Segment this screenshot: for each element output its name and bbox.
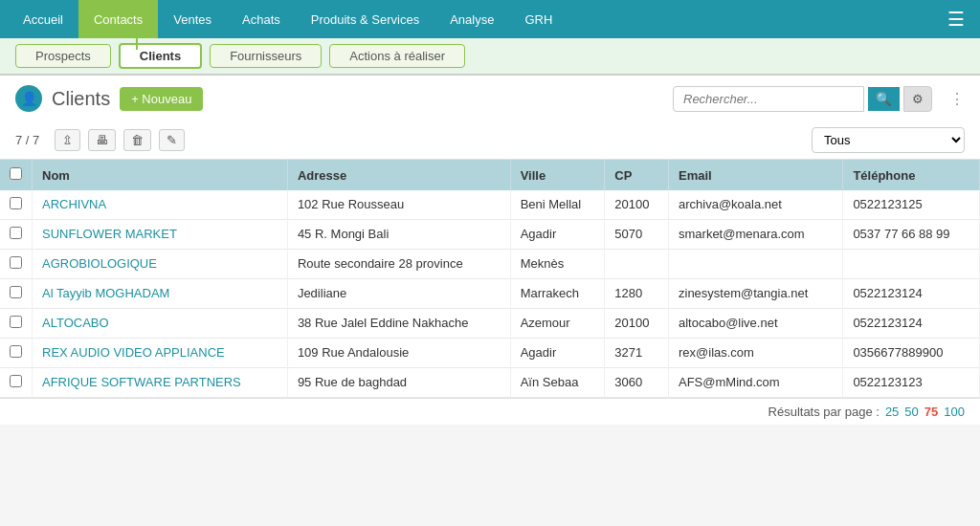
cell-adresse: Jediliane [287,279,510,309]
cell-telephone: 0522123125 [843,190,980,220]
page-size-25[interactable]: 25 [885,405,899,419]
checkbox-header [0,160,33,190]
cell-nom[interactable]: ARCHIVNA [33,190,288,220]
row-select-checkbox[interactable] [10,197,22,209]
row-select-checkbox[interactable] [10,227,22,239]
row-select-checkbox[interactable] [10,256,22,269]
cell-ville: Meknès [510,250,605,279]
cell-email: archiva@koala.net [669,190,843,220]
cell-ville: Azemour [510,309,605,339]
subnav-actions[interactable]: Actions à réaliser [329,44,465,68]
row-select-checkbox[interactable] [10,316,22,328]
cell-telephone: 0537 77 66 88 99 [843,220,980,250]
columns-icon: ⋮ [949,90,965,108]
cell-nom[interactable]: SUNFLOWER MARKET [33,220,288,250]
hamburger-icon[interactable]: ☰ [940,8,972,31]
nav-grh[interactable]: GRH [509,0,568,38]
filter-area: Tous Actifs Inactifs [812,127,965,153]
table-footer: Résultats par page : 25 50 75 100 [0,398,980,425]
cell-adresse: 102 Rue Rousseau [287,190,510,220]
page-header: 👤 Clients + Nouveau 🔍 ⚙ ⋮ [0,76,980,121]
nav-produits[interactable]: Produits & Services [296,0,434,38]
page-size-100[interactable]: 100 [944,405,965,419]
cell-cp: 20100 [605,190,669,220]
page-title: Clients [52,88,110,110]
cell-nom[interactable]: REX AUDIO VIDEO APPLIANCE [33,339,288,368]
row-checkbox [0,309,33,339]
row-checkbox [0,368,33,398]
print-button[interactable]: 🖶 [88,129,116,151]
select-all-checkbox[interactable] [10,167,22,180]
cell-ville: Aïn Sebaa [510,368,605,398]
cell-nom[interactable]: AFRIQUE SOFTWARE PARTNERS [33,368,288,398]
table-row: ALTOCABO 38 Rue Jalel Eddine Nakhache Az… [0,309,980,339]
search-settings-button[interactable]: ⚙ [903,86,932,112]
row-checkbox [0,250,33,279]
cell-telephone [843,250,980,279]
cell-telephone: 0522123124 [843,279,980,309]
table-row: ARCHIVNA 102 Rue Rousseau Beni Mellal 20… [0,190,980,220]
cell-nom[interactable]: AGROBIOLOGIQUE [33,250,288,279]
toolbar: 7 / 7 ⇫ 🖶 🗑 ✎ Tous Actifs Inactifs [0,121,980,160]
cell-cp: 20100 [605,309,669,339]
cell-email: AFS@mMind.com [669,368,843,398]
action-button[interactable]: ✎ [159,129,185,151]
export-button[interactable]: ⇫ [55,129,80,151]
cell-email: smarket@menara.com [669,220,843,250]
record-count: 7 / 7 [15,133,39,147]
subnav-prospects[interactable]: Prospects [15,44,111,68]
nav-contacts[interactable]: Contacts [78,0,158,38]
nav-accueil[interactable]: Accueil [8,0,78,38]
table-row: AFRIQUE SOFTWARE PARTNERS 95 Rue de bagh… [0,368,980,398]
cell-adresse: 38 Rue Jalel Eddine Nakhache [287,309,510,339]
table-row: REX AUDIO VIDEO APPLIANCE 109 Rue Andalo… [0,339,980,368]
clients-table: Nom Adresse Ville CP Email Téléphone ARC… [0,160,980,398]
results-per-page-label: Résultats par page : [768,405,880,419]
row-select-checkbox[interactable] [10,345,22,358]
search-area: 🔍 ⚙ [673,86,932,112]
subnav-fournisseurs[interactable]: Fournisseurs [210,44,322,68]
page-size-50[interactable]: 50 [904,405,918,419]
clients-table-container: Nom Adresse Ville CP Email Téléphone ARC… [0,160,980,398]
cell-nom[interactable]: ALTOCABO [33,309,288,339]
row-select-checkbox[interactable] [10,375,22,387]
filter-select[interactable]: Tous Actifs Inactifs [812,127,965,153]
cell-adresse: 45 R. Mongi Bali [287,220,510,250]
table-row: Al Tayyib MOGHADAM Jediliane Marrakech 1… [0,279,980,309]
row-checkbox [0,190,33,220]
cell-ville: Beni Mellal [510,190,605,220]
col-telephone: Téléphone [843,160,980,190]
cell-adresse: Route secondaire 28 province [287,250,510,279]
cell-telephone: 0522123123 [843,368,980,398]
row-checkbox [0,339,33,368]
nav-achats[interactable]: Achats [227,0,296,38]
sub-navigation: Prospects Clients Fournisseurs Actions à… [0,38,980,75]
cell-cp: 3271 [605,339,669,368]
page-size-75[interactable]: 75 [924,405,938,419]
col-nom: Nom [33,160,288,190]
nav-analyse[interactable]: Analyse [434,0,509,38]
cell-ville: Marrakech [510,279,605,309]
cell-email: altocabo@live.net [669,309,843,339]
col-ville: Ville [510,160,605,190]
col-cp: CP [605,160,669,190]
cell-nom[interactable]: Al Tayyib MOGHADAM [33,279,288,309]
delete-button[interactable]: 🗑 [123,129,151,151]
search-button[interactable]: 🔍 [868,87,900,111]
cell-adresse: 109 Rue Andalousie [287,339,510,368]
nav-ventes[interactable]: Ventes [158,0,227,38]
cell-ville: Agadir [510,220,605,250]
search-input[interactable] [673,86,864,112]
row-select-checkbox[interactable] [10,286,22,298]
subnav-clients[interactable]: Clients [119,43,202,69]
col-email: Email [669,160,843,190]
row-checkbox [0,220,33,250]
new-button[interactable]: + Nouveau [120,87,203,111]
table-row: AGROBIOLOGIQUE Route secondaire 28 provi… [0,250,980,279]
cell-telephone: 0522123124 [843,309,980,339]
top-navigation: Accueil Contacts Ventes Achats Produits … [0,0,980,38]
cell-cp: 5070 [605,220,669,250]
cell-adresse: 95 Rue de baghdad [287,368,510,398]
cell-email: rex@ilas.com [669,339,843,368]
table-row: SUNFLOWER MARKET 45 R. Mongi Bali Agadir… [0,220,980,250]
